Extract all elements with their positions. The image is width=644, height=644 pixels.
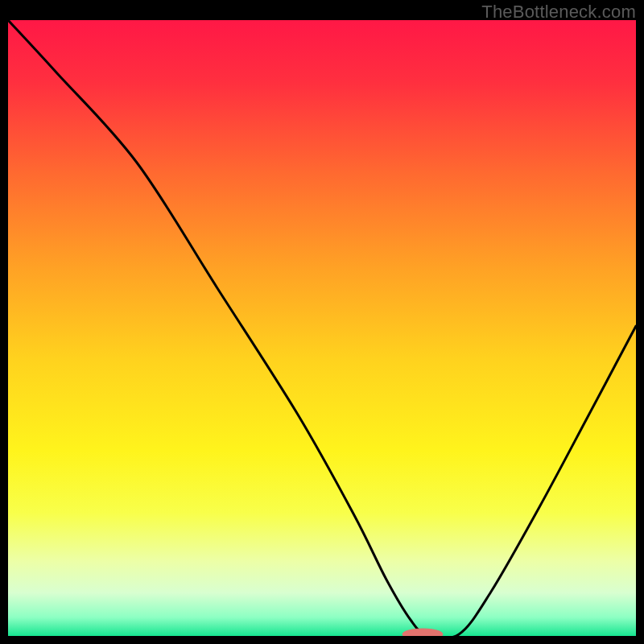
chart-frame: TheBottleneck.com: [0, 0, 644, 644]
plot-area: [8, 20, 636, 636]
watermark-text: TheBottleneck.com: [481, 2, 636, 23]
chart-svg: [8, 20, 636, 636]
gradient-background: [8, 20, 636, 636]
